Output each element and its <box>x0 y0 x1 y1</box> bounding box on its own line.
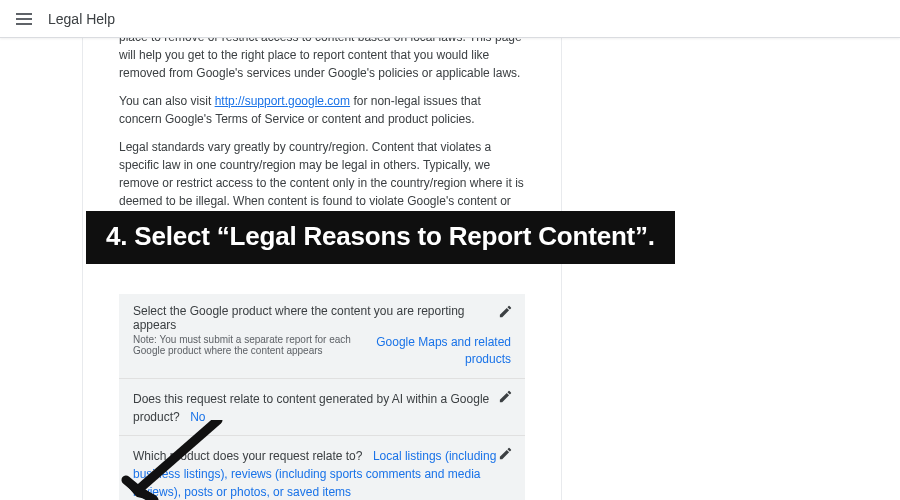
edit-icon[interactable] <box>498 389 513 408</box>
subproduct-row: Which product does your request relate t… <box>119 436 525 500</box>
question-text: Select the Google product where the cont… <box>133 304 511 332</box>
page-title: Legal Help <box>48 11 115 27</box>
instruction-overlay: 4. Select “Legal Reasons to Report Conte… <box>86 211 675 264</box>
edit-icon[interactable] <box>498 304 513 323</box>
page-body: place to remove or restrict access to co… <box>0 38 900 500</box>
edit-icon[interactable] <box>498 446 513 465</box>
note-text: Note: You must submit a separate report … <box>133 334 353 356</box>
selected-answer: Google Maps and related products <box>361 334 511 368</box>
topbar: Legal Help <box>0 0 900 38</box>
question-text: Which product does your request relate t… <box>133 449 362 463</box>
product-row: Select the Google product where the cont… <box>119 294 525 379</box>
instruction-text: 4. Select “Legal Reasons to Report Conte… <box>106 221 655 252</box>
ai-row: Does this request relate to content gene… <box>119 379 525 436</box>
text: You can also visit <box>119 94 215 108</box>
support-link[interactable]: http://support.google.com <box>215 94 350 108</box>
intro-paragraph-2: You can also visit http://support.google… <box>119 92 525 128</box>
selected-answer: No <box>190 410 205 424</box>
question-text: Does this request relate to content gene… <box>133 392 489 424</box>
menu-icon[interactable] <box>16 13 32 25</box>
report-form-card: Select the Google product where the cont… <box>119 294 525 500</box>
